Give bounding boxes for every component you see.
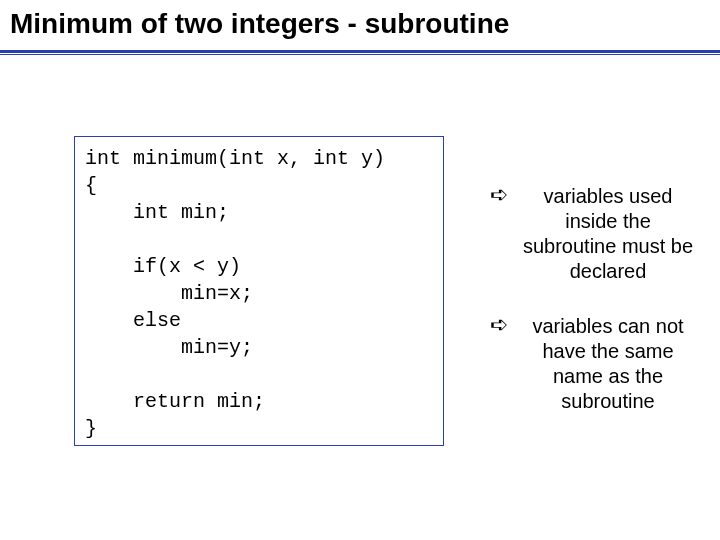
note-text: variables used inside the subroutine mus… [523,185,693,282]
title-underline [0,50,720,56]
code-box: int minimum(int x, int y) { int min; if(… [74,136,444,446]
arrow-icon: ➪ [490,314,508,336]
code-block: int minimum(int x, int y) { int min; if(… [85,145,433,442]
notes-list: ➪ variables used inside the subroutine m… [490,184,700,444]
arrow-icon: ➪ [490,184,508,206]
note-text: variables can not have the same name as … [532,315,683,412]
slide: Minimum of two integers - subroutine int… [0,0,720,540]
note-item: ➪ variables used inside the subroutine m… [490,184,700,284]
note-item: ➪ variables can not have the same name a… [490,314,700,414]
slide-title: Minimum of two integers - subroutine [10,8,509,40]
